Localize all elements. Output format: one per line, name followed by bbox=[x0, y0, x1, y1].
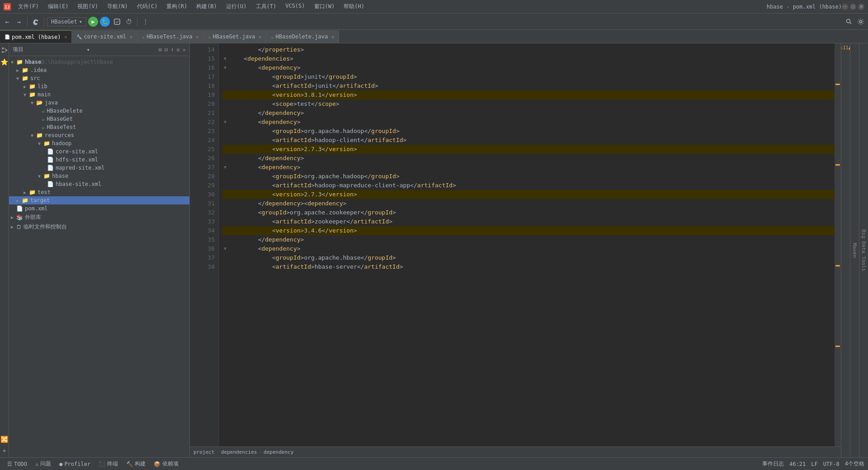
toolbar-refresh-btn[interactable] bbox=[30, 16, 41, 27]
editor-content[interactable]: 14 15 16 17 18 19 20 21 22 23 24 25 26 2… bbox=[190, 43, 841, 446]
tree-item-java[interactable]: ▼ 📂 java bbox=[9, 99, 189, 107]
tab-label-core: core-site.xml bbox=[84, 33, 126, 40]
toolbar-forward-btn[interactable]: → bbox=[14, 16, 24, 27]
tab-close-core[interactable]: ✕ bbox=[130, 34, 132, 39]
tree-item-pom-xml[interactable]: 📄 pom.xml bbox=[9, 204, 189, 213]
profile-btn[interactable]: ⏱ bbox=[123, 16, 134, 27]
profiler-button[interactable]: ● Profiler bbox=[56, 460, 94, 468]
menu-file[interactable]: 文件(F) bbox=[14, 2, 42, 11]
fold-btn-16[interactable]: ▼ bbox=[222, 65, 228, 71]
encoding-indicator[interactable]: UTF-8 bbox=[823, 461, 840, 467]
tree-item-mapred-site[interactable]: 📄 mapred-site.xml bbox=[9, 164, 189, 172]
menu-edit[interactable]: 编辑(E) bbox=[44, 2, 72, 11]
tree-item-hbasetest[interactable]: ☕ HBaseTest bbox=[9, 123, 189, 131]
tree-label-hbase-path: D:\hadoopproject\hbase bbox=[41, 59, 113, 65]
sidebar-settings-icon[interactable]: ⚙ bbox=[177, 47, 180, 53]
menu-tools[interactable]: 工具(T) bbox=[252, 2, 280, 11]
debug-button[interactable]: 🐛 bbox=[100, 17, 110, 27]
tree-item-main[interactable]: ▼ 📁 main bbox=[9, 90, 189, 99]
tab-close-hbasetest[interactable]: ✕ bbox=[196, 34, 199, 39]
tree-item-scratch[interactable]: ▶ 🗒 临时文件和控制台 bbox=[9, 222, 189, 232]
close-button[interactable]: ✕ bbox=[858, 4, 864, 10]
terminal-button[interactable]: ⬛ 终端 bbox=[95, 459, 122, 469]
main-area: ⭐ 🔀 ★ 项目 ▾ ⊞ ⊟ ⬆ ⚙ ✕ ▼ 📁 hbase D:\hadoop… bbox=[0, 43, 868, 457]
tree-item-resources[interactable]: ▼ 📁 resources bbox=[9, 131, 189, 139]
sidebar-expand-icon[interactable]: ⊞ bbox=[159, 47, 162, 53]
tab-hbaseget[interactable]: ☕ HBaseGet.java ✕ bbox=[204, 30, 267, 43]
toolbar-more-btn[interactable]: ⋮ bbox=[140, 16, 151, 27]
structure-panel-btn[interactable] bbox=[1, 47, 8, 55]
menu-code[interactable]: 代码(C) bbox=[133, 2, 161, 11]
dependencies-button[interactable]: 📦 依赖项 bbox=[150, 459, 182, 469]
tab-hbasedelete[interactable]: ☕ HBaseDelete.java ✕ bbox=[267, 30, 340, 43]
coverage-btn[interactable] bbox=[112, 16, 123, 27]
menu-window[interactable]: 窗口(W) bbox=[311, 2, 339, 11]
tab-close-hbasedelete[interactable]: ✕ bbox=[331, 34, 334, 39]
tree-item-lib[interactable]: ▶ 📁 lib bbox=[9, 82, 189, 90]
menu-refactor[interactable]: 重构(R) bbox=[163, 2, 191, 11]
menu-navigate[interactable]: 导航(N) bbox=[104, 2, 132, 11]
tree-item-hbaseget[interactable]: ☕ HBaseGet bbox=[9, 115, 189, 123]
warning-count-display[interactable]: ⚠ 11 ▲ bbox=[841, 43, 850, 52]
tab-pom-xml[interactable]: 📄 pom.xml (hbase) ✕ bbox=[0, 30, 72, 43]
settings-btn[interactable] bbox=[855, 16, 866, 27]
minimize-button[interactable]: ─ bbox=[842, 4, 848, 10]
breadcrumb-item-project[interactable]: project bbox=[193, 449, 214, 455]
tree-item-hbasedelete[interactable]: ☕ HBaseDelete bbox=[9, 107, 189, 115]
gutter-area bbox=[190, 43, 196, 446]
fold-btn-36[interactable]: ▼ bbox=[222, 246, 228, 252]
tree-item-hbase-root[interactable]: ▼ 📁 hbase D:\hadoopproject\hbase bbox=[9, 58, 189, 66]
tab-core-site[interactable]: 🔧 core-site.xml ✕ bbox=[72, 30, 137, 43]
menu-run[interactable]: 运行(U) bbox=[222, 2, 250, 11]
menu-view[interactable]: 视图(V) bbox=[74, 2, 102, 11]
tree-label-idea: .idea bbox=[30, 67, 47, 73]
fold-btn-27[interactable]: ▼ bbox=[222, 165, 228, 170]
run-button[interactable]: ▶ bbox=[88, 17, 98, 27]
tab-close-pom[interactable]: ✕ bbox=[64, 34, 67, 39]
tree-item-hbase-site[interactable]: 📄 hbase-site.xml bbox=[9, 180, 189, 188]
tree-arrow-resources: ▼ bbox=[31, 133, 36, 138]
warning-mark-3 bbox=[835, 265, 840, 266]
event-log-btn[interactable]: 事件日志 bbox=[762, 460, 784, 468]
run-config-selector[interactable]: HBaseGet ▾ bbox=[47, 17, 86, 26]
bigdata-panel[interactable]: Big Data Tools bbox=[859, 43, 868, 457]
tab-close-hbaseget[interactable]: ✕ bbox=[259, 34, 262, 39]
code-line-36: ▼ <dependency> bbox=[222, 244, 837, 253]
tree-item-idea[interactable]: ▶ 📁 .idea bbox=[9, 66, 189, 74]
tree-item-hadoop[interactable]: ▼ 📁 hadoop bbox=[9, 139, 189, 147]
indent-indicator[interactable]: 4个空格 bbox=[845, 460, 864, 468]
menu-help[interactable]: 帮助(H) bbox=[340, 2, 368, 11]
bookmark-panel-btn[interactable]: ★ bbox=[2, 446, 6, 454]
tree-item-hdfs-site[interactable]: 📄 hdfs-site.xml bbox=[9, 156, 189, 164]
tree-item-external-libs[interactable]: ▶ 📚 外部库 bbox=[9, 213, 189, 222]
favorites-panel-btn[interactable]: ⭐ bbox=[0, 58, 8, 66]
sidebar-collapse-icon[interactable]: ⊟ bbox=[165, 47, 168, 53]
fold-btn-15[interactable]: ▼ bbox=[222, 56, 228, 62]
problems-button[interactable]: ⚠ 问题 bbox=[32, 459, 55, 469]
sidebar-close-icon[interactable]: ✕ bbox=[183, 47, 186, 53]
tree-item-core-site[interactable]: 📄 core-site.xml bbox=[9, 147, 189, 156]
fold-btn-22[interactable]: ▼ bbox=[222, 119, 228, 125]
tree-item-src[interactable]: ▼ 📁 src bbox=[9, 74, 189, 82]
toolbar-back-btn[interactable]: ← bbox=[2, 16, 13, 27]
breadcrumb-item-dependencies[interactable]: dependencies bbox=[221, 449, 257, 455]
menu-vcs[interactable]: VCS(S) bbox=[282, 2, 308, 11]
maximize-button[interactable]: □ bbox=[850, 4, 856, 10]
tab-hbasetest[interactable]: ☕ HBaseTest.java ✕ bbox=[137, 30, 203, 43]
git-panel-btn[interactable]: 🔀 bbox=[0, 436, 8, 443]
code-area[interactable]: </properties> ▼ <dependencies> ▼ <depend… bbox=[219, 43, 841, 446]
tree-item-hbase-dir[interactable]: ▼ 📁 hbase bbox=[9, 172, 189, 180]
menu-build[interactable]: 构建(B) bbox=[193, 2, 221, 11]
maven-panel[interactable]: Maven bbox=[850, 43, 859, 457]
build-button[interactable]: 🔨 构建 bbox=[123, 459, 149, 469]
position-indicator[interactable]: 46:21 bbox=[789, 461, 806, 467]
tree-item-test[interactable]: ▶ 📁 test bbox=[9, 188, 189, 196]
tree-label-external-libs: 外部库 bbox=[25, 214, 41, 221]
search-everywhere-btn[interactable] bbox=[844, 16, 854, 27]
line-ending-indicator[interactable]: LF bbox=[811, 461, 817, 467]
todo-button[interactable]: ☰ TODO bbox=[4, 460, 31, 468]
tree-item-target[interactable]: ▶ 📁 target bbox=[9, 196, 189, 204]
tab-label-hbasedelete: HBaseDelete.java bbox=[276, 33, 328, 40]
breadcrumb-item-dependency[interactable]: dependency bbox=[264, 449, 293, 455]
sidebar-sort-icon[interactable]: ⬆ bbox=[170, 47, 174, 53]
